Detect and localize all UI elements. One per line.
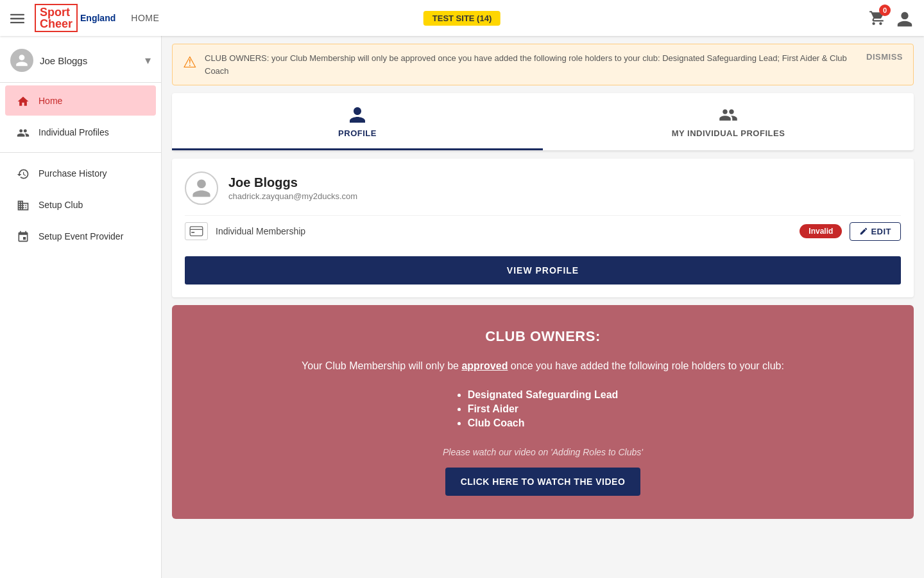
- edit-membership-button[interactable]: EDIT: [850, 222, 901, 241]
- video-prompt-text: Please watch our video on 'Adding Roles …: [203, 447, 883, 457]
- business-icon: [15, 197, 31, 212]
- main-content: ⚠ CLUB OWNERS: your Club Membership will…: [162, 36, 924, 578]
- profile-avatar: [185, 171, 218, 205]
- home-nav-link[interactable]: HOME: [131, 13, 159, 23]
- approved-text: approved: [461, 360, 508, 371]
- profile-name: Joe Bloggs: [228, 175, 357, 190]
- svg-rect-5: [191, 232, 194, 233]
- cart-count: 0: [879, 4, 891, 16]
- history-icon: [15, 166, 31, 180]
- profile-tab-icon: [348, 103, 367, 125]
- list-item: Club Coach: [468, 417, 619, 429]
- test-site-badge: TEST SITE (14): [424, 11, 501, 26]
- chevron-down-icon: ▾: [145, 53, 151, 67]
- warning-icon: ⚠: [183, 53, 197, 71]
- sidebar-item-purchase-history[interactable]: Purchase History: [5, 158, 156, 188]
- list-item: First Aider: [468, 403, 619, 415]
- club-owners-text: Your Club Membership will only be approv…: [203, 358, 883, 374]
- topnav: Sport Cheer England HOME TEST SITE (14) …: [0, 0, 924, 36]
- tab-individual-profiles-label: MY INDIVIDUAL PROFILES: [672, 128, 785, 138]
- sidebar-item-label-home: Home: [38, 96, 62, 106]
- list-item: Designated Safeguarding Lead: [468, 389, 619, 401]
- sidebar-item-individual-profiles[interactable]: Individual Profiles: [5, 117, 156, 147]
- membership-row: Individual Membership Invalid EDIT: [185, 215, 901, 247]
- club-owners-banner: CLUB OWNERS: Your Club Membership will o…: [172, 305, 914, 520]
- membership-card-icon: [185, 222, 208, 240]
- event-icon: [15, 229, 31, 243]
- topnav-right: 0: [869, 8, 914, 28]
- sidebar-divider-2: [0, 152, 161, 153]
- layout: Joe Bloggs ▾ Home Individual Profiles Pu…: [0, 36, 924, 578]
- edit-button-label: EDIT: [871, 227, 891, 236]
- sidebar: Joe Bloggs ▾ Home Individual Profiles Pu…: [0, 36, 162, 578]
- alert-text: CLUB OWNERS: your Club Membership will o…: [205, 52, 853, 77]
- membership-status-badge: Invalid: [800, 224, 842, 238]
- sidebar-item-setup-club[interactable]: Setup Club: [5, 189, 156, 220]
- logo[interactable]: Sport Cheer England: [35, 4, 116, 32]
- alert-banner: ⚠ CLUB OWNERS: your Club Membership will…: [172, 44, 914, 85]
- cart-button[interactable]: 0: [869, 10, 886, 26]
- svg-rect-3: [190, 227, 203, 236]
- people-icon: [15, 125, 31, 139]
- account-button[interactable]: [896, 8, 914, 28]
- sidebar-item-home[interactable]: Home: [5, 85, 156, 116]
- logo-cheer-text: Cheer: [40, 18, 73, 30]
- profile-card-header: Joe Bloggs chadrick.zayquan@my2ducks.com: [185, 171, 901, 205]
- logo-sport-text: Sport: [40, 6, 73, 18]
- dismiss-button[interactable]: DISMISS: [866, 52, 903, 62]
- role-holders-list: Designated Safeguarding Lead First Aider…: [468, 389, 619, 432]
- profile-info: Joe Bloggs chadrick.zayquan@my2ducks.com: [228, 175, 357, 201]
- sidebar-item-label-setup-club: Setup Club: [38, 200, 83, 210]
- tab-my-individual-profiles[interactable]: MY INDIVIDUAL PROFILES: [543, 93, 914, 150]
- sidebar-divider: [0, 82, 161, 83]
- sidebar-item-label-purchase-history: Purchase History: [38, 168, 107, 179]
- profile-card: Joe Bloggs chadrick.zayquan@my2ducks.com…: [172, 159, 914, 297]
- tab-profile-label: PROFILE: [338, 128, 377, 138]
- sidebar-user-name: Joe Bloggs: [40, 55, 139, 66]
- watch-video-button[interactable]: CLICK HERE TO WATCH THE VIDEO: [445, 468, 641, 496]
- sidebar-item-label-setup-event-provider: Setup Event Provider: [38, 231, 123, 241]
- view-profile-button[interactable]: VIEW PROFILE: [185, 256, 901, 285]
- test-site-badge-wrapper: TEST SITE (14): [424, 13, 501, 23]
- logo-england-text: England: [80, 13, 116, 22]
- membership-label: Individual Membership: [216, 226, 792, 236]
- sidebar-user[interactable]: Joe Bloggs ▾: [0, 41, 161, 80]
- avatar: [10, 49, 33, 72]
- svg-rect-2: [10, 22, 24, 23]
- profile-tabs: PROFILE MY INDIVIDUAL PROFILES: [172, 93, 914, 151]
- menu-icon[interactable]: [10, 10, 24, 26]
- group-tab-icon: [719, 103, 738, 125]
- svg-rect-1: [10, 18, 24, 19]
- home-icon: [15, 93, 31, 108]
- tab-profile[interactable]: PROFILE: [172, 93, 543, 150]
- svg-rect-0: [10, 14, 24, 15]
- sidebar-item-label-individual-profiles: Individual Profiles: [38, 127, 109, 137]
- profile-email: chadrick.zayquan@my2ducks.com: [228, 191, 357, 201]
- sidebar-item-setup-event-provider[interactable]: Setup Event Provider: [5, 221, 156, 251]
- club-owners-title: CLUB OWNERS:: [203, 328, 883, 345]
